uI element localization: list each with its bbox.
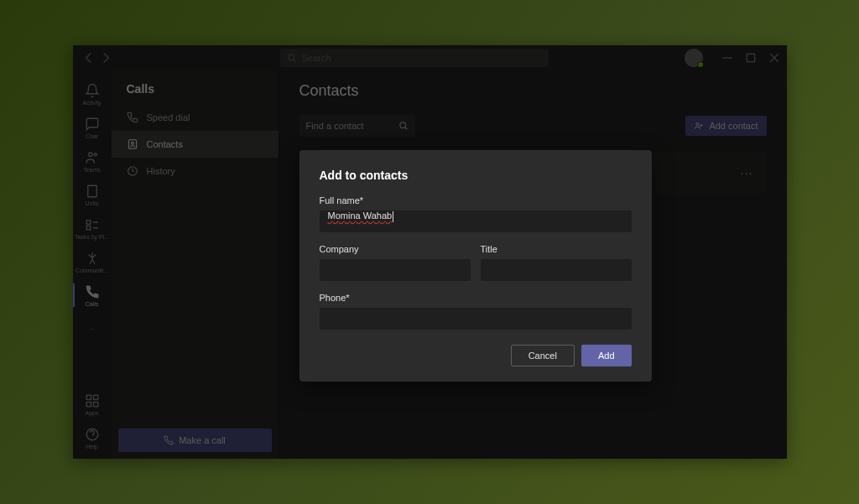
fullname-input[interactable]: Momina Wahab (320, 210, 632, 232)
title-label: Title (481, 244, 632, 254)
title-input[interactable] (481, 259, 632, 281)
teams-app-window: Search Activity Chat (73, 45, 787, 459)
company-field: Company (320, 244, 471, 281)
phone-field: Phone* (320, 293, 632, 330)
modal-buttons: Cancel Add (320, 345, 632, 366)
fullname-value: Momina Wahab (328, 210, 393, 221)
phone-label: Phone* (320, 293, 632, 303)
fullname-label: Full name* (320, 195, 632, 205)
cancel-button[interactable]: Cancel (511, 345, 575, 366)
add-button[interactable]: Add (581, 345, 632, 366)
modal-title: Add to contacts (320, 169, 632, 182)
title-field: Title (481, 244, 632, 281)
company-input[interactable] (320, 259, 471, 281)
phone-input[interactable] (320, 308, 632, 330)
text-cursor-icon (393, 211, 393, 222)
add-contact-modal: Add to contacts Full name* Momina Wahab … (299, 150, 652, 382)
fullname-field: Full name* Momina Wahab (320, 195, 632, 232)
company-label: Company (320, 244, 471, 254)
company-title-row: Company Title (320, 244, 632, 281)
